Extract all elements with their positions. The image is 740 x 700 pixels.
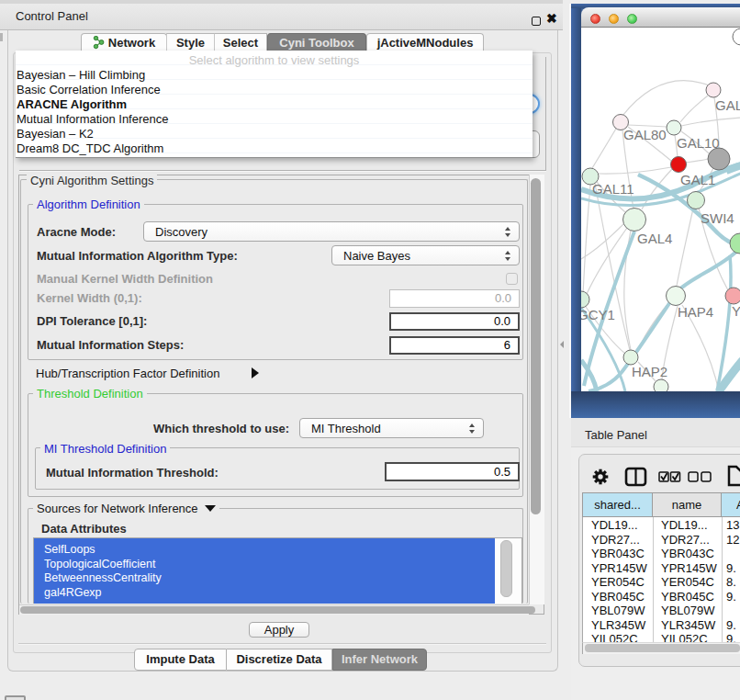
svg-text:GAL80: GAL80	[623, 127, 667, 142]
svg-text:SWI4: SWI4	[701, 210, 734, 226]
svg-text:GAL10: GAL10	[677, 135, 720, 151]
svg-text:HAP4: HAP4	[678, 304, 713, 320]
svg-text:GAL11: GAL11	[592, 181, 634, 197]
svg-text:GAL1: GAL1	[680, 172, 715, 187]
svg-text:GCY1: GCY1	[581, 307, 615, 322]
svg-text:GAL7: GAL7	[715, 97, 740, 113]
svg-text:Y: Y	[732, 303, 740, 319]
svg-text:GAL4: GAL4	[637, 231, 672, 246]
svg-text:HAP2: HAP2	[632, 364, 667, 379]
